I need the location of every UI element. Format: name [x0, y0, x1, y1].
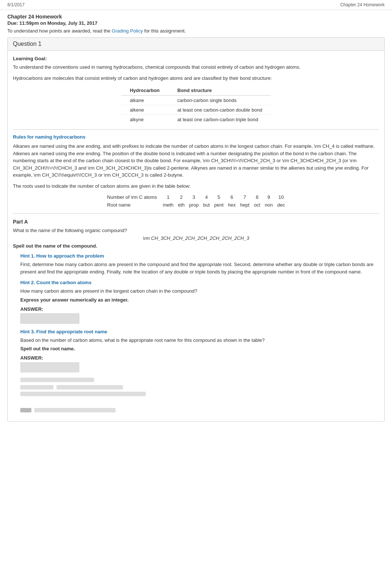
- rules-link[interactable]: Rules for naming hydrocarbons: [13, 134, 379, 140]
- top-bar-date: 8/1/2017: [7, 2, 25, 7]
- carbon-table-row1-cell: 5: [212, 193, 226, 201]
- hint-1-text: First, determine how many carbon atoms a…: [20, 261, 379, 275]
- hydrocarbon-table-cell: alkyne: [121, 115, 169, 125]
- carbon-table-row2-label: Root name: [105, 201, 161, 209]
- carbon-table-row1-cell: 10: [275, 193, 287, 201]
- question-body: Learning Goal: To understand the convent…: [8, 51, 384, 421]
- carbon-table-row1-cell: 9: [262, 193, 275, 201]
- hydrocarbon-table-cell: at least one carbon-carbon triple bond: [169, 115, 271, 125]
- hydrocarbon-col-header: Hydrocarbon: [121, 85, 169, 96]
- grading-text: To understand how points are awarded, re…: [7, 28, 110, 34]
- main-content: Chapter 24 Homework Due: 11:59pm on Mond…: [0, 10, 392, 435]
- blurred-footer: [20, 408, 379, 412]
- intro-text: Hydrocarbons are molecules that consist …: [13, 75, 379, 82]
- hint-1-title: Hint 1. How to approach the problem: [20, 253, 379, 259]
- carbon-table-row2-cell: dec: [275, 201, 287, 209]
- hint-2-instruction: Express your answer numerically as an in…: [20, 297, 379, 303]
- carbon-table-row2-cell: oct: [252, 201, 262, 209]
- chapter-title: Chapter 24 Homework: [7, 14, 385, 20]
- carbon-table-row1-cell: 1: [161, 193, 176, 201]
- question-box: Question 1 Learning Goal: To understand …: [7, 37, 385, 422]
- carbon-table-row1-label: Number of \rm C atoms: [105, 193, 161, 201]
- hint-2-question: How many carbon atoms are present in the…: [20, 288, 379, 295]
- hydrocarbon-table: Hydrocarbon Bond structure alkanecarbon-…: [121, 85, 271, 124]
- blurred-extra: [20, 378, 379, 412]
- top-bar: 8/1/2017 Chapter 24 Homework: [0, 0, 392, 10]
- carbon-table-row1-cell: 2: [176, 193, 187, 201]
- carbon-table-row2-cell: non: [262, 201, 275, 209]
- grading-suffix: for this assignment.: [144, 28, 186, 34]
- hint-3-block: Hint 3. Find the appropriate root name B…: [20, 329, 379, 413]
- part-a-question: What is the name of the following organi…: [13, 228, 379, 233]
- hint-3-label: Find the appropriate root name: [36, 329, 107, 334]
- hint-3-answer-box[interactable]: [20, 362, 79, 372]
- grading-policy-link[interactable]: Grading Policy: [112, 28, 143, 34]
- carbon-table-row2-cell: hept: [238, 201, 252, 209]
- hydrocarbon-table-cell: at least one carbon-carbon double bond: [169, 105, 271, 115]
- hint-3-instruction: Spell out the root name.: [20, 346, 379, 351]
- hydrocarbon-table-cell: alkane: [121, 96, 169, 105]
- hint-1-number: Hint 1.: [20, 253, 35, 259]
- carbon-table-row1-cell: 3: [187, 193, 201, 201]
- part-a-formula: \rm CH_3CH_2CH_2CH_2CH_2CH_2CH_2CH_3: [13, 235, 379, 241]
- bond-structure-col-header: Bond structure: [169, 85, 271, 96]
- hints-section: Hint 1. How to approach the problem Firs…: [20, 253, 379, 412]
- hint-1-block: Hint 1. How to approach the problem Firs…: [20, 253, 379, 275]
- hydrocarbon-table-cell: carbon-carbon single bonds: [169, 96, 271, 105]
- learning-goal-text: To understand the conventions used in na…: [13, 64, 379, 71]
- hint-3-answer-label: ANSWER:: [20, 355, 379, 361]
- grading-policy-line: To understand how points are awarded, re…: [7, 28, 385, 34]
- part-a-label: Part A: [13, 219, 379, 225]
- learning-goal-label: Learning Goal:: [13, 56, 379, 61]
- part-a-instruction: Spell out the name of the compound.: [13, 243, 379, 249]
- top-bar-chapter: Chapter 24 Homework: [340, 2, 385, 7]
- hint-2-label: Count the carbon atoms: [36, 280, 92, 285]
- hint-2-link[interactable]: Hint 2. Count the carbon atoms: [20, 280, 92, 285]
- hint-3-title: Hint 3. Find the appropriate root name: [20, 329, 379, 334]
- hint-2-answer-box[interactable]: [20, 313, 79, 324]
- part-divider: [13, 213, 379, 214]
- carbon-table: Number of \rm C atoms12345678910Root nam…: [105, 193, 287, 209]
- hint-3-number: Hint 3.: [20, 329, 35, 334]
- carbon-table-row2-cell: eth: [176, 201, 187, 209]
- question-header: Question 1: [8, 38, 384, 51]
- carbon-table-row2-cell: but: [201, 201, 212, 209]
- hint-2-answer-label: ANSWER:: [20, 306, 379, 312]
- blurred-icon: [20, 408, 31, 412]
- rules-text: Alkanes are named using the ane ending, …: [13, 143, 379, 179]
- carbon-table-row1-cell: 4: [201, 193, 212, 201]
- hint-1-link[interactable]: Hint 1. How to approach the problem: [20, 253, 104, 259]
- hint-3-question: Based on the number of carbon atoms, wha…: [20, 337, 379, 344]
- hint-2-number: Hint 2.: [20, 280, 35, 285]
- hint-3-link[interactable]: Hint 3. Find the appropriate root name: [20, 329, 107, 334]
- carbon-table-row2-cell: pent: [212, 201, 226, 209]
- roots-intro: The roots used to indicate the number of…: [13, 183, 379, 190]
- carbon-table-row2-cell: hex: [226, 201, 238, 209]
- hint-2-block: Hint 2. Count the carbon atoms How many …: [20, 280, 379, 324]
- carbon-table-row1-cell: 6: [226, 193, 238, 201]
- carbon-table-row2-cell: meth: [161, 201, 176, 209]
- section-divider: [13, 129, 379, 130]
- carbon-table-row2-cell: prop: [187, 201, 201, 209]
- hint-1-label: How to approach the problem: [36, 253, 104, 259]
- carbon-table-row1-cell: 8: [252, 193, 262, 201]
- hint-2-title: Hint 2. Count the carbon atoms: [20, 280, 379, 285]
- carbon-table-row1-cell: 7: [238, 193, 252, 201]
- due-date: Due: 11:59pm on Monday, July 31, 2017: [7, 20, 385, 26]
- hydrocarbon-table-cell: alkene: [121, 105, 169, 115]
- blurred-lines-row: [20, 385, 379, 389]
